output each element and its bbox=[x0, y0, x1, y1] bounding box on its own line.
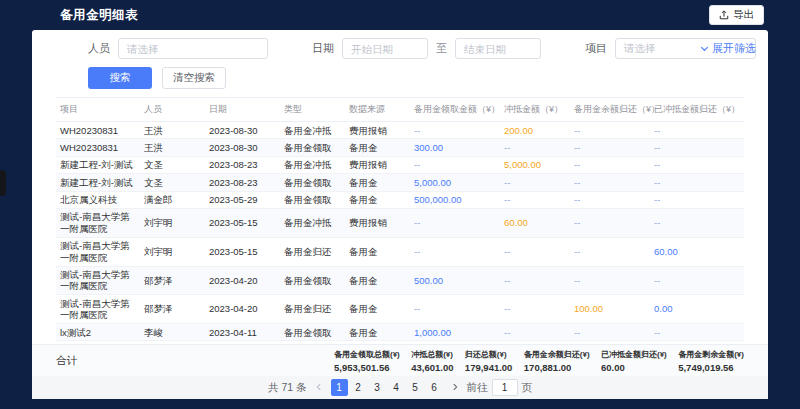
cell-received: 1,000.00 bbox=[410, 324, 500, 341]
project-select-placeholder: 请选择 bbox=[624, 42, 656, 56]
summary-item-value: 60.00 bbox=[601, 362, 667, 373]
sidebar-expand-handle[interactable] bbox=[0, 170, 6, 196]
summary-item: 归还总额(¥)179,941.00 bbox=[465, 349, 513, 373]
cell-project: 测试-南昌大学第一附属医院 bbox=[56, 295, 140, 324]
cell-source: 备用金 bbox=[345, 324, 410, 341]
cell-date: 2023-04-20 bbox=[205, 295, 280, 324]
cell-project: lx测试2 bbox=[56, 324, 140, 341]
cell-offset: -- bbox=[500, 139, 570, 156]
cell-type: 备用金领取 bbox=[280, 174, 345, 191]
cell-project: 测试-南昌大学第一附属医院 bbox=[56, 237, 140, 266]
column-header-source: 数据来源 bbox=[345, 98, 410, 122]
summary-item-label: 冲抵总额(¥) bbox=[411, 349, 453, 360]
summary-item-value: 43,601.00 bbox=[411, 362, 453, 373]
cell-offset: -- bbox=[500, 324, 570, 341]
goto-page-input[interactable] bbox=[492, 379, 518, 396]
table-row[interactable]: 新建工程-刘-测试文圣2023-08-23备用金领取备用金5,000.00---… bbox=[56, 174, 744, 191]
export-icon bbox=[719, 10, 729, 20]
table-row[interactable]: 测试-南昌大学第一附属医院邵梦泽2023-04-20备用金领取备用金500.00… bbox=[56, 266, 744, 295]
table-body: WH20230831王洪2023-08-30备用金冲抵费用报销--200.00-… bbox=[56, 122, 744, 345]
prev-page-button[interactable] bbox=[315, 382, 323, 393]
table-row[interactable]: WH20230831王洪2023-08-30备用金领取备用金300.00----… bbox=[56, 139, 744, 156]
date-start-input[interactable] bbox=[342, 38, 428, 59]
summary-row: 合计 备用金领取总额(¥)5,953,501.56冲抵总额(¥)43,601.0… bbox=[32, 344, 768, 376]
cell-source: 备用金 bbox=[345, 266, 410, 295]
cell-person: 李峻 bbox=[140, 324, 205, 341]
cell-balance_return: -- bbox=[570, 156, 650, 173]
next-page-button[interactable] bbox=[451, 382, 459, 393]
summary-item-label: 备用金剩余金额(¥) bbox=[678, 349, 744, 360]
cell-type: 备用金领取 bbox=[280, 191, 345, 208]
cell-offset_return: -- bbox=[650, 191, 744, 208]
cell-project: 测试-南昌大学第一附属医院 bbox=[56, 266, 140, 295]
summary-item: 备用金剩余金额(¥)5,749,019.56 bbox=[678, 349, 744, 373]
cell-offset_return: -- bbox=[650, 174, 744, 191]
cell-offset_return: -- bbox=[650, 156, 744, 173]
goto-page-suffix: 页 bbox=[522, 381, 533, 395]
page-button-1[interactable]: 1 bbox=[331, 379, 348, 396]
cell-source: 备用金 bbox=[345, 191, 410, 208]
search-button[interactable]: 搜索 bbox=[88, 67, 152, 89]
table-row[interactable]: 新建工程-刘-测试文圣2023-08-23备用金冲抵费用报销--5,000.00… bbox=[56, 156, 744, 173]
table-row[interactable]: lx测试2李峻2023-04-11备用金领取备用金1,000.00------ bbox=[56, 324, 744, 341]
clear-search-button[interactable]: 清空搜索 bbox=[162, 67, 226, 89]
export-button[interactable]: 导出 bbox=[709, 5, 764, 25]
cell-type: 备用金冲抵 bbox=[280, 208, 345, 237]
table-row[interactable]: 测试-南昌大学第一附属医院邵梦泽2023-04-20备用金归还备用金----10… bbox=[56, 295, 744, 324]
summary-item-label: 备用金领取总额(¥) bbox=[334, 349, 400, 360]
cell-offset_return: -- bbox=[650, 208, 744, 237]
page-button-4[interactable]: 4 bbox=[388, 379, 405, 396]
cell-offset_return: -- bbox=[650, 139, 744, 156]
cell-balance_return: -- bbox=[570, 139, 650, 156]
page-button-6[interactable]: 6 bbox=[426, 379, 443, 396]
page-button-3[interactable]: 3 bbox=[369, 379, 386, 396]
cell-balance_return: -- bbox=[570, 208, 650, 237]
summary-item: 备用金余额归还(¥)170,881.00 bbox=[524, 349, 590, 373]
column-header-project: 项目 bbox=[56, 98, 140, 122]
goto-page-group: 前往 页 bbox=[467, 379, 533, 396]
cell-project: WH20230831 bbox=[56, 139, 140, 156]
person-filter-input[interactable] bbox=[118, 38, 268, 59]
cell-type: 备用金冲抵 bbox=[280, 122, 345, 139]
cell-person: 邵梦泽 bbox=[140, 266, 205, 295]
cell-type: 备用金归还 bbox=[280, 295, 345, 324]
cell-offset: -- bbox=[500, 237, 570, 266]
cell-balance_return: -- bbox=[570, 191, 650, 208]
column-header-balance_return: 备用金余额归还（¥） bbox=[570, 98, 650, 122]
cell-person: 邵梦泽 bbox=[140, 295, 205, 324]
top-header-bar: 备用金明细表 导出 bbox=[0, 0, 800, 30]
cell-type: 备用金归还 bbox=[280, 237, 345, 266]
cell-offset_return: -- bbox=[650, 122, 744, 139]
summary-item-value: 5,953,501.56 bbox=[334, 362, 400, 373]
date-end-input[interactable] bbox=[455, 38, 541, 59]
cell-balance_return: -- bbox=[570, 237, 650, 266]
cell-offset_return: 60.00 bbox=[650, 237, 744, 266]
summary-item-value: 5,749,019.56 bbox=[678, 362, 744, 373]
export-button-label: 导出 bbox=[733, 8, 754, 22]
cell-offset: -- bbox=[500, 174, 570, 191]
table-row[interactable]: 北京属义科技满金郎2023-05-29备用金领取备用金500,000.00---… bbox=[56, 191, 744, 208]
cell-type: 备用金领取 bbox=[280, 324, 345, 341]
cell-offset: -- bbox=[500, 266, 570, 295]
table-row[interactable]: 测试-南昌大学第一附属医院刘宇明2023-05-15备用金冲抵费用报销--60.… bbox=[56, 208, 744, 237]
cell-date: 2023-08-23 bbox=[205, 174, 280, 191]
project-filter-label: 项目 bbox=[585, 41, 607, 56]
page-button-5[interactable]: 5 bbox=[407, 379, 424, 396]
summary-item: 已冲抵金额归还(¥)60.00 bbox=[601, 349, 667, 373]
chevron-left-icon bbox=[315, 383, 323, 391]
cell-received: 500,000.00 bbox=[410, 191, 500, 208]
column-header-received: 备用金领取金额（¥） bbox=[410, 98, 500, 122]
page-title: 备用金明细表 bbox=[60, 7, 138, 24]
table-row[interactable]: 测试-南昌大学第一附属医院刘宇明2023-05-15备用金归还备用金------… bbox=[56, 237, 744, 266]
expand-filters-button[interactable]: 展开筛选 bbox=[700, 41, 756, 56]
pagination-bar: 共 71 条 123456 前往 页 bbox=[32, 376, 768, 399]
table-row[interactable]: WH20230831王洪2023-08-30备用金冲抵费用报销--200.00-… bbox=[56, 122, 744, 139]
pagination-total-text: 共 71 条 bbox=[268, 381, 307, 395]
cell-received: -- bbox=[410, 208, 500, 237]
cell-offset: 200.00 bbox=[500, 122, 570, 139]
filter-actions: 搜索 清空搜索 bbox=[32, 59, 768, 97]
page-button-2[interactable]: 2 bbox=[350, 379, 367, 396]
cell-balance_return: -- bbox=[570, 266, 650, 295]
table-header-row: 项目人员日期类型数据来源备用金领取金额（¥）冲抵金额（¥）备用金余额归还（¥）已… bbox=[56, 98, 744, 122]
cell-offset_return: -- bbox=[650, 266, 744, 295]
